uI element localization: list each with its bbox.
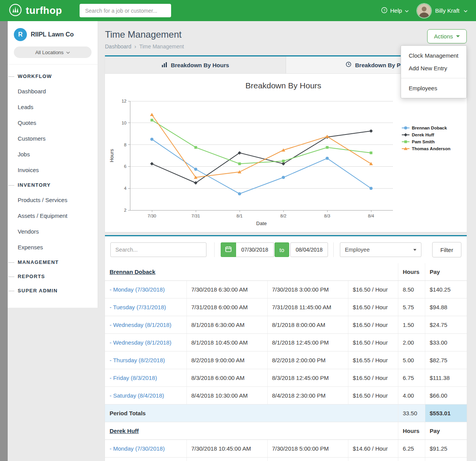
svg-text:Thomas Anderson: Thomas Anderson: [412, 146, 451, 151]
svg-text:8/3: 8/3: [324, 214, 330, 218]
hours-value: 8.50: [398, 281, 425, 298]
chevron-down-icon: [66, 50, 70, 55]
hours-value: 5.75: [398, 298, 425, 316]
day-link[interactable]: - Saturday (8/4/2018): [110, 392, 164, 399]
help-menu[interactable]: ? Help: [381, 7, 409, 15]
day-link[interactable]: - Monday (7/30/2018): [110, 286, 165, 293]
legend-item[interactable]: Derek Huff: [402, 133, 434, 137]
company-name: RIIPL Lawn Co: [31, 31, 74, 38]
clock-icon: [346, 61, 351, 68]
pay-value: $91.25: [425, 440, 467, 458]
time-table-body: Brennan DobackHoursPay- Monday (7/30/201…: [105, 263, 467, 461]
time-entry-row: - Thursday (8/2/2018)8/2/2018 9:00:00 AM…: [105, 352, 467, 369]
employee-link[interactable]: Brennan Doback: [110, 269, 155, 275]
svg-text:2: 2: [124, 208, 126, 212]
left-rail: [0, 21, 8, 461]
date-to-input[interactable]: [290, 242, 328, 257]
sidebar-item-products-services[interactable]: Products / Services: [8, 192, 98, 208]
day-link[interactable]: - Monday (7/30/2018): [110, 445, 165, 452]
hours-value: 2.00: [398, 334, 425, 352]
sidebar-item-expenses[interactable]: Expenses: [8, 239, 98, 255]
time-entry-row: - Wednesday (8/1/2018)8/1/2018 6:30:00 A…: [105, 316, 467, 334]
tree-dash-icon: [8, 277, 14, 277]
filter-bar: to Employee Filter: [105, 236, 467, 263]
sidebar-item-invoices[interactable]: Invoices: [8, 162, 98, 178]
day-link[interactable]: - Wednesday (8/1/2018): [110, 339, 171, 346]
table-search-input[interactable]: [110, 242, 206, 257]
pay-rate: $16.50 / Hour: [348, 316, 398, 334]
caret-down-icon: [456, 35, 460, 37]
svg-text:6: 6: [124, 164, 126, 169]
end-time: 8/1/2018 12:45:00 PM: [267, 334, 348, 352]
sidebar-item-jobs[interactable]: Jobs: [8, 146, 98, 162]
hours-column-header: Hours: [398, 263, 425, 281]
svg-text:8/1: 8/1: [236, 214, 243, 218]
calendar-button[interactable]: [221, 242, 236, 257]
svg-text:8: 8: [124, 143, 126, 147]
day-link[interactable]: - Friday (8/3/2018): [110, 375, 157, 381]
menu-item-employees[interactable]: Employees: [401, 82, 466, 95]
menu-divider: [401, 78, 466, 78]
svg-text:?: ?: [383, 8, 385, 12]
user-menu[interactable]: Billy Kraft: [417, 4, 468, 18]
hours-value: 1.50: [398, 316, 425, 334]
day-link[interactable]: - Tuesday (7/31/2018): [110, 304, 166, 310]
nav-section-management: MANAGEMENT: [8, 255, 98, 269]
pay-rate: $16.50 / Hour: [348, 281, 398, 298]
period-totals-row: Period Totals33.50$553.01: [105, 405, 467, 422]
breadcrumb-dashboard[interactable]: Dashboard: [105, 43, 131, 50]
actions-button[interactable]: Actions: [427, 29, 467, 43]
hours-column-header: Hours: [398, 422, 425, 440]
sidebar-item-leads[interactable]: Leads: [8, 99, 98, 115]
day-link[interactable]: - Wednesday (8/1/2018): [110, 322, 171, 328]
tree-dash-icon: [8, 291, 14, 291]
avatar: [417, 4, 431, 18]
start-time: 8/1/2018 10:45:00 AM: [186, 334, 267, 352]
pay-column-header: Pay: [425, 422, 467, 440]
filter-button[interactable]: Filter: [432, 242, 461, 257]
svg-text:8/2: 8/2: [280, 214, 286, 218]
pay-rate: $16.55 / Hour: [348, 352, 398, 369]
employee-select[interactable]: Employee: [340, 242, 421, 257]
employee-link[interactable]: Derek Huff: [110, 428, 139, 434]
location-selector[interactable]: All Locations: [14, 46, 92, 58]
pay-column-header: Pay: [425, 263, 467, 281]
legend-item[interactable]: Thomas Anderson: [402, 146, 451, 151]
nav-section-super-admin: SUPER ADMIN: [8, 284, 98, 298]
day-link[interactable]: - Thursday (8/2/2018): [110, 357, 165, 363]
hours-value: 5.00: [398, 352, 425, 369]
tree-dash-icon: [8, 262, 14, 263]
sidebar-item-assets-equipment[interactable]: Assets / Equipment: [8, 208, 98, 224]
start-time: 8/4/2018 10:30:00 AM: [186, 387, 267, 405]
svg-text:Brennan Doback: Brennan Doback: [412, 126, 447, 130]
company-logo: R: [14, 28, 27, 41]
start-time: 7/30/2018 10:45:00 AM: [186, 440, 267, 458]
menu-item-add-new-entry[interactable]: Add New Entry: [401, 62, 466, 75]
legend-item[interactable]: Pam Smith: [402, 139, 434, 144]
end-time: 8/4/2018 2:30:00 PM: [267, 387, 348, 405]
date-to-button[interactable]: to: [275, 242, 289, 257]
legend-item[interactable]: Brennan Doback: [402, 126, 447, 130]
start-time: 7/30/2018 6:30:00 AM: [186, 281, 267, 298]
sidebar: R RIIPL Lawn Co All Locations WORKFLOWDa…: [8, 21, 98, 308]
sidebar-item-dashboard[interactable]: Dashboard: [8, 83, 98, 99]
menu-item-clock-management[interactable]: Clock Management: [401, 49, 466, 62]
time-entry-row: - Wednesday (8/1/2018)8/1/2018 10:45:00 …: [105, 334, 467, 352]
global-search-input[interactable]: [80, 4, 171, 17]
sidebar-item-customers[interactable]: Customers: [8, 131, 98, 146]
brand[interactable]: turfhop: [8, 3, 62, 18]
start-time: 8/2/2018 9:00:00 AM: [186, 352, 267, 369]
nav-section-workflow: WORKFLOW: [8, 69, 98, 83]
chevron-down-icon: [464, 7, 468, 14]
breadcrumb-current: Time Management: [139, 43, 184, 50]
time-entry-row: - Monday (7/30/2018)7/30/2018 6:30:00 AM…: [105, 281, 467, 298]
page-title: Time Management: [105, 29, 184, 40]
hours-value: 6.25: [398, 440, 425, 458]
breadcrumb-separator: ›: [135, 43, 136, 50]
time-entries-card: to Employee Filter Brennan DobackHoursPa…: [105, 235, 467, 461]
sidebar-item-quotes[interactable]: Quotes: [8, 115, 98, 131]
svg-text:Date: Date: [256, 221, 266, 226]
tab-breakdown-by-hours[interactable]: Breakdown By Hours: [105, 56, 286, 73]
sidebar-item-vendors[interactable]: Vendors: [8, 224, 98, 239]
date-from-input[interactable]: [236, 242, 274, 257]
